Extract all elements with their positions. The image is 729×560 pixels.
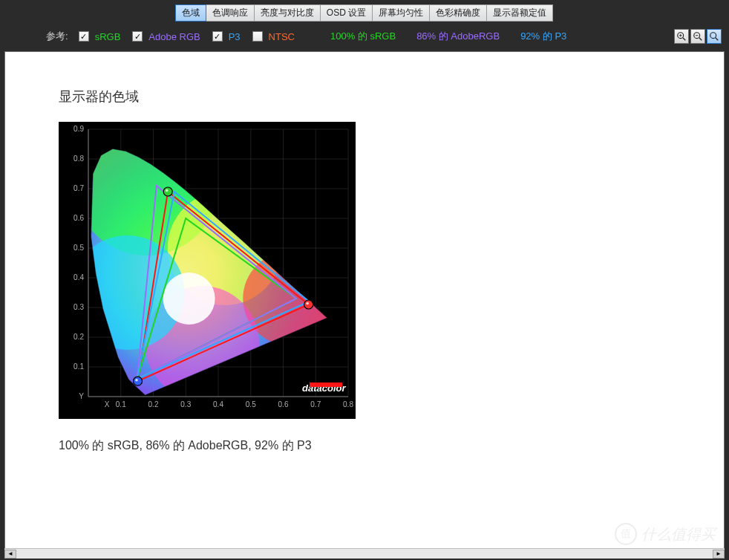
- tab-5[interactable]: 色彩精确度: [429, 4, 487, 22]
- svg-text:0.1: 0.1: [73, 362, 84, 371]
- gamut-chart: 0.10.20.30.40.50.60.70.80.10.20.30.40.50…: [59, 122, 356, 419]
- reference-bar: 参考: ✓sRGB✓Adobe RGB✓P3✓NTSC 100% 的 sRGB8…: [0, 23, 729, 51]
- tab-4[interactable]: 屏幕均匀性: [372, 4, 430, 22]
- zoom-in-button[interactable]: [674, 29, 689, 44]
- svg-text:0.8: 0.8: [343, 400, 353, 408]
- chart-caption: 100% 的 sRGB, 86% 的 AdobeRGB, 92% 的 P3: [59, 438, 658, 454]
- svg-text:0.6: 0.6: [278, 400, 289, 408]
- horizontal-scrollbar[interactable]: ◄ ►: [4, 548, 725, 559]
- svg-line-5: [699, 38, 702, 41]
- svg-text:0.2: 0.2: [73, 333, 84, 341]
- page-title: 显示器的色域: [59, 88, 658, 105]
- svg-text:0.9: 0.9: [73, 125, 84, 133]
- tab-3[interactable]: OSD 设置: [320, 4, 373, 22]
- svg-rect-68: [310, 382, 342, 387]
- svg-text:0.8: 0.8: [73, 154, 84, 163]
- checkbox-label: NTSC: [269, 31, 295, 42]
- tab-0[interactable]: 色域: [175, 4, 206, 22]
- checkbox-ntsc[interactable]: ✓: [252, 31, 263, 42]
- tab-bar: 色域色调响应亮度与对比度OSD 设置屏幕均匀性色彩精确度显示器额定值: [0, 0, 729, 23]
- scroll-right-button[interactable]: ►: [713, 550, 725, 559]
- svg-text:0.1: 0.1: [116, 400, 126, 408]
- tab-2[interactable]: 亮度与对比度: [254, 4, 321, 22]
- svg-text:0.7: 0.7: [310, 400, 321, 408]
- svg-text:0.4: 0.4: [213, 400, 223, 408]
- svg-text:Y: Y: [79, 392, 84, 400]
- coverage-text: 86% 的 AdobeRGB: [416, 30, 500, 43]
- svg-text:0.3: 0.3: [180, 400, 191, 408]
- checkbox-label: Adobe RGB: [148, 31, 200, 42]
- checkbox-srgb[interactable]: ✓: [79, 31, 89, 42]
- svg-point-66: [135, 379, 138, 382]
- svg-point-62: [306, 302, 309, 305]
- checkbox-adobergb[interactable]: ✓: [132, 31, 143, 42]
- svg-text:0.7: 0.7: [73, 184, 84, 192]
- svg-point-65: [134, 377, 143, 385]
- tab-6[interactable]: 显示器额定值: [486, 4, 553, 22]
- reference-label: 参考:: [46, 30, 68, 43]
- svg-point-64: [166, 189, 169, 192]
- svg-point-7: [710, 33, 716, 39]
- svg-point-63: [163, 187, 172, 196]
- svg-line-1: [683, 38, 686, 41]
- svg-text:0.6: 0.6: [73, 214, 84, 222]
- checkbox-label: P3: [229, 31, 241, 42]
- checkbox-label: sRGB: [95, 31, 121, 42]
- zoom-out-button[interactable]: [690, 29, 705, 44]
- svg-text:X: X: [105, 400, 110, 408]
- tab-1[interactable]: 色调响应: [206, 4, 255, 22]
- zoom-fit-button[interactable]: [707, 29, 722, 44]
- content-panel: 显示器的色域 0.10.20.30.40.50.60.70.80.10.20.3…: [4, 51, 725, 556]
- coverage-text: 100% 的 sRGB: [330, 30, 396, 43]
- svg-line-8: [716, 38, 719, 41]
- svg-text:0.5: 0.5: [73, 244, 84, 252]
- svg-point-61: [304, 300, 313, 309]
- svg-text:0.2: 0.2: [148, 400, 159, 408]
- checkbox-p3[interactable]: ✓: [212, 31, 223, 42]
- svg-text:0.5: 0.5: [246, 400, 256, 408]
- scroll-left-button[interactable]: ◄: [4, 550, 16, 559]
- svg-text:0.3: 0.3: [73, 303, 84, 311]
- coverage-text: 92% 的 P3: [520, 30, 566, 43]
- svg-point-55: [163, 273, 215, 325]
- svg-text:0.4: 0.4: [73, 273, 84, 281]
